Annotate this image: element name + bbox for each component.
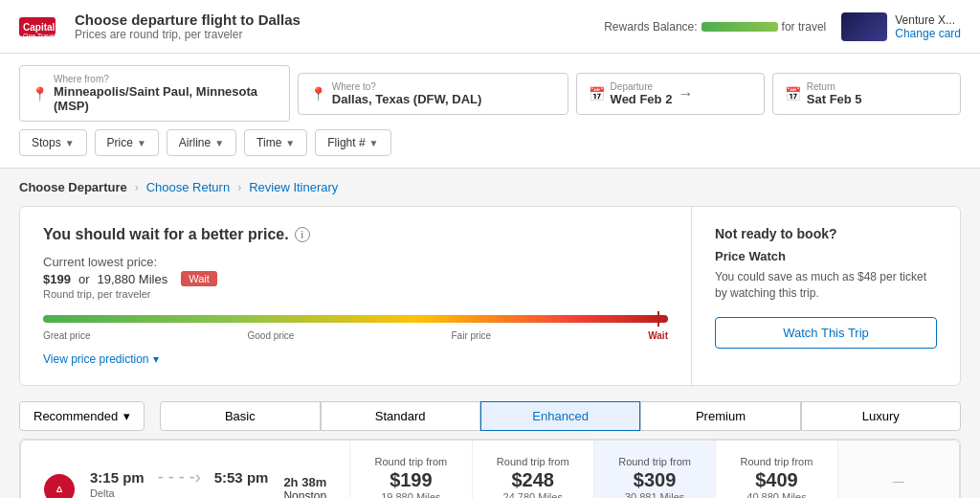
depart-time: 3:15 pm xyxy=(90,469,145,486)
chevron-down-icon-rec: ▾ xyxy=(123,409,130,423)
tab-basic[interactable]: Basic xyxy=(160,401,320,431)
departure-label: Departure xyxy=(611,81,673,92)
airline-filter[interactable]: Airline ▼ xyxy=(167,129,236,156)
return-value: Sat Feb 5 xyxy=(807,92,862,106)
or-label: or xyxy=(78,272,90,286)
card-image-icon xyxy=(841,12,887,41)
prediction-right: Not ready to book? Price Watch You could… xyxy=(692,207,960,385)
fare-miles-2: 30,881 Miles xyxy=(625,491,684,498)
price-filter[interactable]: Price ▼ xyxy=(95,129,159,156)
flight-stops: Nonstop xyxy=(283,489,326,498)
rewards-for: for travel xyxy=(782,20,827,34)
header-title: Choose departure flight to Dallas Prices… xyxy=(75,11,301,41)
great-price-label: Great price xyxy=(43,330,90,341)
card-info: Venture X... Change card xyxy=(841,12,961,41)
to-label: Where to? xyxy=(332,81,482,92)
fare-col-standard[interactable]: Round trip from $248 24,780 Miles Main xyxy=(472,441,593,498)
fare-miles-3: 40,880 Miles xyxy=(746,491,806,498)
fare-price-3: $409 xyxy=(755,469,798,491)
chevron-down-icon-4: ▼ xyxy=(285,138,295,148)
flight-info: Δ 3:15 pm - - - -› 5:53 pm Delta MSP - D… xyxy=(21,441,349,498)
flight-arrow-icon: - - - -› xyxy=(158,467,201,487)
results-wrapper: Δ 3:15 pm - - - -› 5:53 pm Delta MSP - D… xyxy=(19,439,961,498)
price-row: $199 or 19,880 Miles Wait xyxy=(43,271,668,286)
chevron-down-icon-5: ▼ xyxy=(369,138,379,148)
chevron-down-icon-pred: ▾ xyxy=(153,352,159,366)
tab-standard[interactable]: Standard xyxy=(321,401,480,431)
watch-trip-button[interactable]: Watch This Trip xyxy=(715,317,937,349)
breadcrumb: Choose Departure › Choose Return › Revie… xyxy=(0,169,980,206)
page-subtitle: Prices are round trip, per traveler xyxy=(75,28,301,41)
fare-price-1: $248 xyxy=(511,469,554,491)
breadcrumb-step2[interactable]: Choose Return xyxy=(146,180,230,194)
delta-logo-icon: Δ xyxy=(44,474,75,499)
airline-route: Delta MSP - DFW xyxy=(90,487,268,498)
search-row: 📍 Where from? Minneapolis/Saint Paul, Mi… xyxy=(19,65,961,122)
tabs-row: Recommended ▾ Basic Standard Enhanced Pr… xyxy=(19,401,961,431)
fare-label-0: Round trip from xyxy=(374,456,447,467)
departure-value: Wed Feb 2 xyxy=(611,92,673,106)
price-bar-indicator-icon xyxy=(653,311,664,327)
price-bar-labels: Great price Good price Fair price Wait xyxy=(43,330,668,341)
pin-icon: 📍 xyxy=(32,86,48,102)
calendar-icon: 📅 xyxy=(589,86,605,102)
card-name: Venture X... xyxy=(895,13,961,27)
fare-label-3: Round trip from xyxy=(741,456,813,467)
from-field[interactable]: 📍 Where from? Minneapolis/Saint Paul, Mi… xyxy=(19,65,290,122)
view-prediction-button[interactable]: View price prediction ▾ xyxy=(43,352,668,366)
time-filter[interactable]: Time ▼ xyxy=(244,129,307,156)
current-price: $199 xyxy=(43,272,71,286)
svg-text:One Travel: One Travel xyxy=(23,33,56,39)
tab-premium[interactable]: Premium xyxy=(640,401,800,431)
fare-col-premium[interactable]: Round trip from $409 40,880 Miles First xyxy=(715,441,836,498)
filter-row: Stops ▼ Price ▼ Airline ▼ Time ▼ Flight … xyxy=(19,129,961,156)
svg-text:Capital: Capital xyxy=(23,22,56,33)
header-right: Rewards Balance: for travel Venture X...… xyxy=(604,12,961,41)
wait-badge: Wait xyxy=(181,271,217,286)
to-value: Dallas, Texas (DFW, DAL) xyxy=(332,92,482,106)
good-price-label: Good price xyxy=(248,330,295,341)
arrive-time: 5:53 pm xyxy=(214,469,269,486)
wait-label: Wait xyxy=(648,330,668,341)
breadcrumb-step1[interactable]: Choose Departure xyxy=(19,180,127,194)
fare-price-2: $309 xyxy=(634,469,677,491)
to-field[interactable]: 📍 Where to? Dallas, Texas (DFW, DAL) xyxy=(298,73,568,115)
flight-duration: 2h 38m xyxy=(283,475,326,489)
chevron-down-icon-2: ▼ xyxy=(137,138,146,148)
info-icon[interactable]: i xyxy=(295,227,310,242)
prediction-title: You should wait for a better price. i xyxy=(43,226,668,243)
fare-columns: Round trip from $199 19,880 Miles Basic … xyxy=(349,441,959,498)
fare-miles-1: 24,780 Miles xyxy=(503,491,563,498)
round-trip-note: Round trip, per traveler xyxy=(43,288,668,300)
breadcrumb-step3[interactable]: Review Itinerary xyxy=(249,180,338,194)
fair-price-label: Fair price xyxy=(451,330,491,341)
flight-card: Δ 3:15 pm - - - -› 5:53 pm Delta MSP - D… xyxy=(20,440,960,498)
fare-col-luxury: — xyxy=(837,441,959,498)
from-label: Where from? xyxy=(54,74,278,84)
breadcrumb-sep-2: › xyxy=(237,181,241,194)
rewards-label: Rewards Balance: xyxy=(604,20,697,34)
tab-enhanced[interactable]: Enhanced xyxy=(480,401,640,431)
change-card-button[interactable]: Change card xyxy=(895,27,961,40)
return-field[interactable]: 📅 Return Sat Feb 5 xyxy=(772,73,961,115)
flight-meta: 2h 38m Nonstop xyxy=(283,475,326,498)
tab-luxury[interactable]: Luxury xyxy=(801,401,961,431)
stops-filter[interactable]: Stops ▼ xyxy=(19,129,87,156)
fare-miles-0: 19,880 Miles xyxy=(381,491,440,498)
search-bar: 📍 Where from? Minneapolis/Saint Paul, Mi… xyxy=(0,54,980,169)
flight-num-filter[interactable]: Flight # ▼ xyxy=(315,129,390,156)
flight-times: 3:15 pm - - - -› 5:53 pm xyxy=(90,467,268,487)
breadcrumb-sep-1: › xyxy=(135,181,139,194)
recommended-button[interactable]: Recommended ▾ xyxy=(19,401,145,431)
return-label: Return xyxy=(807,81,862,92)
pin-icon-2: 📍 xyxy=(310,86,326,102)
header-left: Capital One Travel Choose departure flig… xyxy=(19,11,301,41)
from-value: Minneapolis/Saint Paul, Minnesota (MSP) xyxy=(54,84,278,113)
not-ready-label: Not ready to book? xyxy=(715,226,937,241)
results-section: Recommended ▾ Basic Standard Enhanced Pr… xyxy=(19,401,961,498)
fare-label-1: Round trip from xyxy=(497,456,569,467)
prediction-section: You should wait for a better price. i Cu… xyxy=(19,206,961,386)
fare-col-enhanced[interactable]: Round trip from $309 30,881 Miles Comfor… xyxy=(593,441,715,498)
fare-col-basic[interactable]: Round trip from $199 19,880 Miles Basic xyxy=(349,441,471,498)
departure-field[interactable]: 📅 Departure Wed Feb 2 → xyxy=(576,73,765,115)
